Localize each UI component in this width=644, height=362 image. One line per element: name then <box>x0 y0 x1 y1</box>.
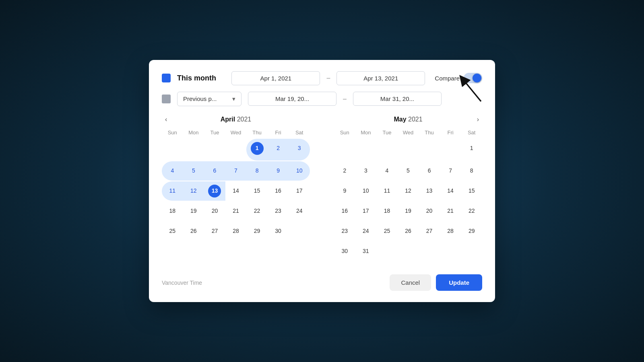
may-day-10[interactable]: 10 <box>355 181 377 201</box>
secondary-start-date[interactable] <box>248 92 336 106</box>
toggle-knob <box>473 74 481 82</box>
may-day-15[interactable]: 15 <box>461 181 482 201</box>
primary-date-separator: – <box>326 74 330 82</box>
april-day-9[interactable]: 9 <box>268 161 289 181</box>
may-day-18[interactable]: 18 <box>376 202 398 221</box>
may-day-16[interactable]: 16 <box>334 202 355 221</box>
may-day-9[interactable]: 9 <box>334 181 355 201</box>
april-day-14[interactable]: 14 <box>225 181 247 201</box>
april-day-26[interactable]: 26 <box>183 222 204 243</box>
april-day-21[interactable]: 21 <box>225 202 247 221</box>
prev-month-button[interactable]: ‹ <box>162 114 170 125</box>
may-day-11[interactable]: 11 <box>376 181 398 201</box>
may-day-21[interactable]: 21 <box>440 202 461 221</box>
may-day-25[interactable]: 25 <box>376 222 398 241</box>
may-day-13[interactable]: 13 <box>419 181 440 201</box>
april-day-24[interactable]: 24 <box>289 202 310 221</box>
may-day-1[interactable]: 1 <box>461 139 482 160</box>
may-day-17[interactable]: 17 <box>355 202 377 221</box>
may-day-12[interactable]: 12 <box>398 181 419 201</box>
april-day-11[interactable]: 11 <box>162 181 183 201</box>
april-calendar: ‹ April 2021 Sun Mon Tue Wed Thu Fri Sat <box>162 116 310 263</box>
cancel-button[interactable]: Cancel <box>390 274 431 291</box>
april-day-28[interactable]: 28 <box>225 222 247 243</box>
april-day-15[interactable]: 15 <box>246 181 268 201</box>
april-day-6[interactable]: 6 <box>204 161 225 181</box>
may-day-7[interactable]: 7 <box>440 161 461 181</box>
may-day-3[interactable]: 3 <box>355 161 377 181</box>
april-day-23[interactable]: 23 <box>268 202 289 221</box>
april-day-27[interactable]: 27 <box>204 222 225 243</box>
may-day-28[interactable]: 28 <box>440 222 461 241</box>
primary-period-row: This month – Compare <box>162 71 482 85</box>
may-day-grid: 1 2 3 4 5 6 7 8 9 10 11 12 13 14 15 16 1… <box>334 139 482 263</box>
april-day-1[interactable]: 1 <box>246 139 268 160</box>
april-day-19[interactable]: 19 <box>183 202 204 221</box>
primary-start-date[interactable] <box>231 71 320 85</box>
secondary-end-date[interactable] <box>353 92 442 106</box>
april-day-12[interactable]: 12 <box>183 181 204 201</box>
april-header: ‹ April 2021 <box>162 116 310 123</box>
secondary-color-indicator <box>162 95 171 103</box>
april-day-25[interactable]: 25 <box>162 222 183 243</box>
april-day-17[interactable]: 17 <box>289 181 310 201</box>
may-header: May 2021 › <box>334 116 482 123</box>
may-day-6[interactable]: 6 <box>419 161 440 181</box>
timezone-label: Vancouver Time <box>162 280 202 286</box>
may-day-5[interactable]: 5 <box>398 161 419 181</box>
calendars-container: ‹ April 2021 Sun Mon Tue Wed Thu Fri Sat <box>162 116 482 263</box>
april-day-22[interactable]: 22 <box>246 202 268 221</box>
primary-period-label: This month <box>177 74 225 82</box>
april-day-grid: 1 2 3 4 5 6 7 8 9 10 11 12 13 14 15 16 <box>162 139 310 243</box>
compare-label: Compare <box>435 75 460 82</box>
update-button[interactable]: Update <box>436 274 482 291</box>
primary-color-indicator <box>162 74 171 82</box>
may-day-19[interactable]: 19 <box>398 202 419 221</box>
may-day-26[interactable]: 26 <box>398 222 419 241</box>
may-title: May 2021 <box>394 116 422 123</box>
april-day-20[interactable]: 20 <box>204 202 225 221</box>
may-day-14[interactable]: 14 <box>440 181 461 201</box>
next-month-button[interactable]: › <box>474 114 482 125</box>
may-calendar: May 2021 › Sun Mon Tue Wed Thu Fri Sat <box>334 116 482 263</box>
april-title: April 2021 <box>221 116 252 123</box>
april-day-13[interactable]: 13 <box>204 181 225 201</box>
april-day-8[interactable]: 8 <box>246 161 268 181</box>
preset-label: Previous p... <box>183 95 217 102</box>
may-day-27[interactable]: 27 <box>419 222 440 241</box>
april-day-10[interactable]: 10 <box>289 161 310 181</box>
april-day-30[interactable]: 30 <box>268 222 289 243</box>
may-day-22[interactable]: 22 <box>461 202 482 221</box>
primary-end-date[interactable] <box>336 71 425 85</box>
may-day-headers: Sun Mon Tue Wed Thu Fri Sat <box>334 128 482 137</box>
may-day-4[interactable]: 4 <box>376 161 398 181</box>
april-day-18[interactable]: 18 <box>162 202 183 221</box>
may-day-29[interactable]: 29 <box>461 222 482 241</box>
compare-section: Compare <box>435 73 482 83</box>
may-day-20[interactable]: 20 <box>419 202 440 221</box>
may-day-23[interactable]: 23 <box>334 222 355 241</box>
may-day-24[interactable]: 24 <box>355 222 377 241</box>
may-day-2[interactable]: 2 <box>334 161 355 181</box>
secondary-date-separator: – <box>343 95 347 103</box>
dropdown-arrow-icon: ▾ <box>232 95 235 103</box>
april-day-headers: Sun Mon Tue Wed Thu Fri Sat <box>162 128 310 137</box>
april-day-29[interactable]: 29 <box>246 222 268 243</box>
may-day-30[interactable]: 30 <box>334 242 355 263</box>
april-day-16[interactable]: 16 <box>268 181 289 201</box>
secondary-period-row: Previous p... ▾ – <box>162 92 482 106</box>
april-day-2[interactable]: 2 <box>268 139 289 160</box>
preset-dropdown[interactable]: Previous p... ▾ <box>177 92 242 106</box>
april-day-3[interactable]: 3 <box>289 139 310 160</box>
april-day-7[interactable]: 7 <box>225 161 247 181</box>
date-picker-dialog: This month – Compare Previous p... ▾ – <box>149 60 495 302</box>
compare-toggle[interactable] <box>464 73 482 83</box>
may-day-8[interactable]: 8 <box>461 161 482 181</box>
april-day-4[interactable]: 4 <box>162 161 183 181</box>
may-day-31[interactable]: 31 <box>355 242 377 263</box>
april-day-5[interactable]: 5 <box>183 161 204 181</box>
dialog-footer: Vancouver Time Cancel Update <box>162 274 482 291</box>
